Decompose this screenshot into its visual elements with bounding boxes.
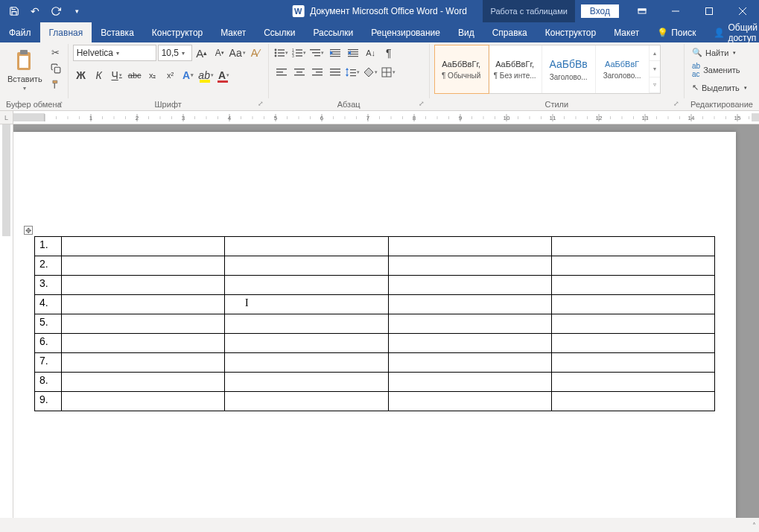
tell-me-search[interactable]: 💡Поиск bbox=[648, 22, 705, 42]
paragraph-launcher[interactable]: ⤢ bbox=[419, 100, 426, 107]
tab-review[interactable]: Рецензирование bbox=[362, 22, 449, 42]
cut-button[interactable]: ✂ bbox=[48, 45, 63, 60]
table-row[interactable]: 6. bbox=[35, 334, 715, 353]
format-painter-button[interactable] bbox=[48, 77, 63, 92]
tab-table-design[interactable]: Конструктор bbox=[536, 22, 605, 42]
ruler-corner[interactable]: L bbox=[0, 111, 13, 124]
table-cell[interactable] bbox=[551, 276, 714, 295]
table-cell[interactable] bbox=[388, 353, 551, 373]
style-heading2[interactable]: АаБбВвГЗаголово... bbox=[596, 45, 650, 93]
table-cell[interactable]: I bbox=[62, 295, 225, 314]
italic-button[interactable]: К bbox=[91, 67, 107, 83]
document-table[interactable]: 1.2.3.4.I5.6.7.8.9. bbox=[34, 236, 715, 411]
change-case-button[interactable]: Aa▾ bbox=[229, 45, 246, 61]
table-row[interactable]: 7. bbox=[35, 353, 715, 373]
table-cell[interactable] bbox=[551, 392, 714, 411]
replace-button[interactable]: abacЗаменить bbox=[689, 60, 755, 80]
tab-mailings[interactable]: Рассылки bbox=[304, 22, 362, 42]
decrease-indent-button[interactable] bbox=[327, 45, 343, 61]
table-cell[interactable] bbox=[551, 334, 714, 353]
row-number-cell[interactable]: 5. bbox=[35, 314, 62, 334]
table-cell[interactable] bbox=[62, 373, 225, 392]
table-row[interactable]: 3. bbox=[35, 276, 715, 295]
style-heading1[interactable]: АаБбВвЗаголово... bbox=[542, 45, 596, 93]
table-row[interactable]: 4.I bbox=[35, 295, 715, 314]
table-cell[interactable] bbox=[388, 237, 551, 256]
table-move-handle[interactable]: ✥ bbox=[24, 226, 33, 235]
vertical-ruler[interactable] bbox=[0, 124, 13, 518]
row-number-cell[interactable]: 9. bbox=[35, 392, 62, 411]
sign-in-button[interactable]: Вход bbox=[581, 4, 619, 18]
subscript-button[interactable]: x₂ bbox=[145, 67, 161, 83]
table-cell[interactable] bbox=[388, 256, 551, 276]
styles-up-button[interactable]: ▴ bbox=[650, 45, 660, 61]
table-cell[interactable] bbox=[225, 276, 388, 295]
align-center-button[interactable] bbox=[291, 64, 308, 80]
style-no-spacing[interactable]: АаБбВвГг,¶ Без инте... bbox=[489, 45, 542, 93]
font-size-combo[interactable]: 10,5▾ bbox=[158, 45, 192, 61]
highlight-button[interactable]: ab▾ bbox=[198, 67, 215, 83]
table-cell[interactable] bbox=[388, 373, 551, 392]
table-row[interactable]: 5. bbox=[35, 314, 715, 334]
share-button[interactable]: 👤Общий доступ bbox=[705, 22, 759, 42]
justify-button[interactable] bbox=[327, 64, 343, 80]
show-marks-button[interactable]: ¶ bbox=[381, 45, 397, 61]
shrink-font-button[interactable]: A▾ bbox=[212, 45, 228, 61]
row-number-cell[interactable]: 7. bbox=[35, 353, 62, 373]
ribbon-options-button[interactable] bbox=[625, 0, 658, 22]
table-cell[interactable] bbox=[551, 295, 714, 314]
table-cell[interactable] bbox=[551, 373, 714, 392]
styles-launcher[interactable]: ⤢ bbox=[673, 100, 681, 107]
font-launcher[interactable]: ⤢ bbox=[258, 100, 265, 107]
align-right-button[interactable] bbox=[309, 64, 325, 80]
table-cell[interactable] bbox=[551, 353, 714, 373]
paste-button[interactable]: Вставить ▾ bbox=[4, 45, 45, 95]
collapse-ribbon-button[interactable]: ˄ bbox=[752, 522, 756, 530]
styles-down-button[interactable]: ▾ bbox=[650, 61, 660, 77]
table-cell[interactable] bbox=[388, 295, 551, 314]
tab-design[interactable]: Конструктор bbox=[143, 22, 212, 42]
increase-indent-button[interactable] bbox=[345, 45, 361, 61]
tab-file[interactable]: Файл bbox=[0, 22, 40, 42]
table-cell[interactable] bbox=[225, 314, 388, 334]
row-number-cell[interactable]: 6. bbox=[35, 334, 62, 353]
borders-button[interactable]: ▾ bbox=[381, 64, 397, 80]
close-button[interactable] bbox=[725, 0, 759, 22]
tab-help[interactable]: Справка bbox=[483, 22, 536, 42]
table-cell[interactable] bbox=[225, 334, 388, 353]
table-row[interactable]: 2. bbox=[35, 256, 715, 276]
bold-button[interactable]: Ж bbox=[73, 67, 89, 83]
text-effects-button[interactable]: A▾ bbox=[180, 67, 197, 83]
tab-table-layout[interactable]: Макет bbox=[605, 22, 648, 42]
find-button[interactable]: 🔍Найти▾ bbox=[689, 46, 755, 59]
strikethrough-button[interactable]: abc bbox=[127, 67, 143, 83]
tab-insert[interactable]: Вставка bbox=[92, 22, 143, 42]
table-row[interactable]: 8. bbox=[35, 373, 715, 392]
table-cell[interactable] bbox=[551, 237, 714, 256]
font-color-button[interactable]: A▾ bbox=[216, 67, 232, 83]
line-spacing-button[interactable]: ▾ bbox=[345, 64, 361, 80]
row-number-cell[interactable]: 1. bbox=[35, 237, 62, 256]
table-cell[interactable] bbox=[62, 314, 225, 334]
table-cell[interactable] bbox=[225, 392, 388, 411]
table-cell[interactable] bbox=[62, 392, 225, 411]
underline-button[interactable]: Ч▾ bbox=[109, 67, 125, 83]
table-cell[interactable] bbox=[225, 256, 388, 276]
table-cell[interactable] bbox=[388, 314, 551, 334]
table-cell[interactable] bbox=[225, 295, 388, 314]
superscript-button[interactable]: x² bbox=[162, 67, 179, 83]
table-row[interactable]: 9. bbox=[35, 392, 715, 411]
qat-customize-button[interactable]: ▾ bbox=[67, 1, 86, 21]
bullets-button[interactable]: ▾ bbox=[273, 45, 290, 61]
redo-button[interactable] bbox=[46, 1, 66, 21]
tab-references[interactable]: Ссылки bbox=[255, 22, 304, 42]
tab-home[interactable]: Главная bbox=[40, 22, 92, 42]
grow-font-button[interactable]: A▴ bbox=[194, 45, 210, 61]
select-button[interactable]: ↖Выделить▾ bbox=[689, 81, 755, 94]
style-normal[interactable]: АаБбВвГг,¶ Обычный bbox=[435, 45, 489, 93]
font-name-combo[interactable]: Helvetica▾ bbox=[73, 45, 156, 61]
table-cell[interactable] bbox=[551, 256, 714, 276]
tab-view[interactable]: Вид bbox=[449, 22, 483, 42]
maximize-button[interactable] bbox=[692, 0, 725, 22]
clear-formatting-button[interactable]: A∕ bbox=[247, 45, 264, 61]
